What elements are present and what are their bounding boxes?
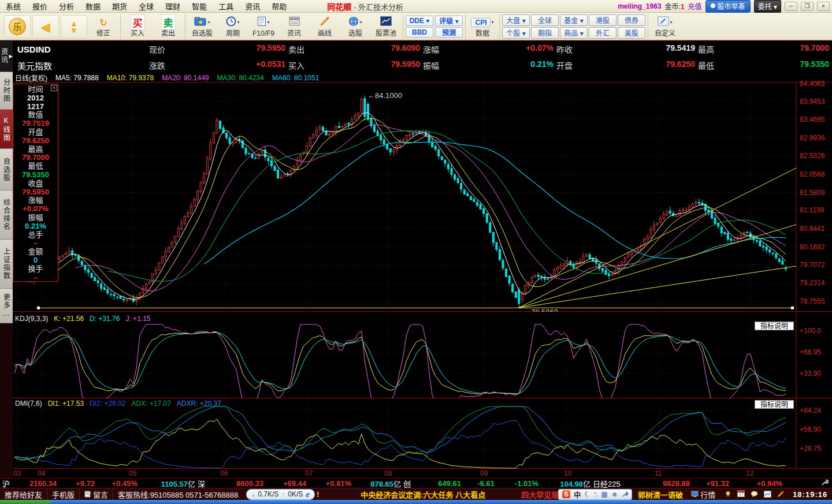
market-button-港股[interactable]: 港股	[589, 14, 616, 26]
toolbar-button-news[interactable]: NEWS资讯	[280, 14, 309, 39]
menu-资讯[interactable]: 资讯	[239, 1, 266, 12]
toolbar-button-pencil[interactable]: 画线	[310, 14, 339, 39]
start-button[interactable]	[0, 500, 51, 504]
page-up-down-button[interactable]: ▲▼	[61, 15, 87, 38]
up-down-arrows-icon: ▲▼	[70, 20, 77, 33]
toolbar-button-clock[interactable]: ▾周期	[218, 14, 247, 39]
sidebar-tab-更多…[interactable]: 更多…	[0, 289, 13, 323]
message-link[interactable]: 留言	[80, 488, 113, 501]
market-button-全球[interactable]: 全球	[531, 14, 559, 26]
quote-value: 79.5350	[800, 59, 829, 71]
sell-button[interactable]: 卖 卖出	[154, 14, 183, 39]
kdj-param: D: +31.76	[90, 315, 120, 323]
menu-工具[interactable]: 工具	[213, 1, 239, 12]
index-amount: 1105.57亿	[138, 478, 195, 489]
menu-数据[interactable]: 数据	[80, 1, 106, 12]
sidebar-tab-自选股[interactable]: 自选股	[0, 149, 13, 191]
info-close-icon[interactable]: ×	[51, 85, 57, 91]
menu-分析[interactable]: 分析	[53, 1, 80, 12]
star-folder-icon: ★	[194, 16, 207, 28]
toolbar-button-BBD[interactable]: BBD	[406, 27, 433, 38]
market-button-外汇[interactable]: 外汇	[589, 27, 616, 39]
toolbar-button-评级[interactable]: 评级 ▾	[435, 16, 463, 26]
market-button-债券[interactable]: 债券	[618, 14, 645, 26]
recommend-link[interactable]: 推荐给好友	[0, 488, 47, 501]
market-index-bar: 沪2160.34+9.72+0.45%1105.57亿深8600.33+69.4…	[0, 478, 832, 488]
sidebar-tab-分时图[interactable]: 分时图	[0, 72, 13, 110]
toolbar-label: 股票池	[376, 29, 396, 38]
fix-button[interactable]: ↻ 修正	[89, 14, 118, 39]
price-axis-label: 81.5809	[800, 189, 824, 197]
os-taskbar[interactable]	[0, 500, 832, 504]
toolbar-button-globe[interactable]: ▾选股	[341, 14, 370, 39]
index-percent: +0.81%	[306, 479, 351, 488]
recharge-link[interactable]: 充值	[688, 1, 702, 11]
chart-tool-icon[interactable]	[764, 491, 771, 498]
back-button[interactable]: ◀	[32, 15, 59, 38]
buy-button[interactable]: 买 买入	[123, 14, 152, 39]
close-button[interactable]: ×	[817, 2, 830, 11]
menu-报价[interactable]: 报价	[27, 1, 53, 12]
toolbar-button-doc[interactable]: ▾F10/F9	[249, 14, 278, 39]
toolbar-button-star-folder[interactable]: ★▾自选股	[188, 14, 217, 39]
sidebar-tab-综合排名[interactable]: 综合排名	[0, 191, 13, 240]
data-cpi-button[interactable]: CPI▾ 数据	[468, 14, 497, 39]
sidebar-tab-资讯[interactable]: ▶|资讯	[0, 40, 13, 72]
dmi-panel[interactable]: DMI(7,6)DI1: +17.53DI2: +29.02ADX: +17.0…	[13, 398, 832, 469]
period-label[interactable]: 日线(复权)	[15, 73, 47, 83]
kdj-indicator-help-button[interactable]: 指标说明	[755, 322, 794, 330]
sidebar-tab-上证指数[interactable]: 上证指数	[0, 240, 13, 289]
market-button-美股[interactable]: 美股	[618, 27, 645, 39]
restore-button[interactable]: ❐	[801, 2, 814, 11]
menu-系统[interactable]: 系统	[0, 1, 27, 12]
menu-帮助[interactable]: 帮助	[266, 1, 292, 12]
candlestick-chart[interactable]: × 时间20121217数值79.7519开盘79.6250最高79.7000最…	[13, 83, 832, 312]
pool-icon	[380, 16, 392, 28]
price-axis-label: 83.9453	[800, 98, 824, 106]
sidebar-tab-label: 综合排名	[2, 199, 12, 231]
cpi-icon: CPI	[471, 18, 491, 27]
market-button-期指[interactable]: 期指	[531, 27, 559, 39]
minimize-button[interactable]: ─	[785, 2, 797, 11]
quote-monitor-button[interactable]: 行情	[686, 488, 720, 501]
bell-icon[interactable]	[725, 491, 731, 498]
index-value: 649.61	[416, 479, 461, 488]
username[interactable]: meiling_1963	[618, 2, 661, 10]
menu-期货[interactable]: 期货	[106, 1, 133, 12]
info-row: –	[13, 239, 58, 248]
market-button-基金[interactable]: 基金 ▾	[560, 14, 588, 26]
network-speed-widget[interactable]: ↓ 0.7K/S ↑ 0K/S e	[246, 489, 315, 500]
kdj-panel[interactable]: KDJ(9,3,3)K: +21.56D: +31.76J: +1.15 指标说…	[13, 312, 832, 398]
market-button-个股[interactable]: 个股 ▾	[502, 27, 530, 39]
svg-text:★: ★	[198, 18, 204, 25]
menu-智能[interactable]: 智能	[186, 1, 213, 12]
sidebar-tab-K线图[interactable]: K线图	[0, 110, 13, 149]
wrench-icon	[622, 491, 628, 498]
settings-wrench-icon[interactable]	[821, 479, 829, 488]
kdj-axis-label: +66.95	[800, 348, 821, 356]
mobile-version-link[interactable]: 手机版	[47, 488, 80, 501]
news-ticker-main[interactable]: 中央经济会议定调:六大任务 八大看点	[361, 489, 485, 500]
calendar-icon[interactable]: 17	[737, 490, 745, 499]
ime-tray[interactable]: S 中 ☾ °, ▦ ☻	[558, 489, 632, 500]
dmi-axis-label: +84.24	[800, 406, 821, 415]
brush-icon[interactable]	[777, 491, 785, 498]
market-button-商品[interactable]: 商品 ▾	[560, 27, 588, 39]
dmi-indicator-help-button[interactable]: 指标说明	[755, 400, 794, 409]
toolbar-button-预测[interactable]: 预测	[435, 27, 463, 38]
download-speed: 0.7K/S	[258, 490, 278, 498]
customize-button[interactable]: ▾ 自定义	[651, 14, 679, 39]
market-button-大盘[interactable]: 大盘 ▾	[502, 14, 530, 26]
chat-bubble-icon[interactable]	[751, 491, 758, 498]
kdj-k-line	[14, 333, 786, 394]
morning-tea-button[interactable]: 股市早茶	[705, 0, 751, 13]
home-coin-button[interactable]: 乐	[4, 15, 31, 38]
weituo-button[interactable]: 委托 ▾	[754, 0, 781, 13]
news-ticker-2[interactable]: 郭树清一语破	[638, 489, 683, 500]
toolbar-button-DDE[interactable]: DDE ▾	[406, 16, 433, 26]
menu-理财[interactable]: 理财	[159, 1, 186, 12]
menu-全球[interactable]: 全球	[133, 1, 159, 12]
toolbar-button-pool[interactable]: 股票池	[372, 14, 400, 39]
dmi-adxr-line	[14, 406, 786, 458]
month-label: 12	[746, 469, 753, 477]
